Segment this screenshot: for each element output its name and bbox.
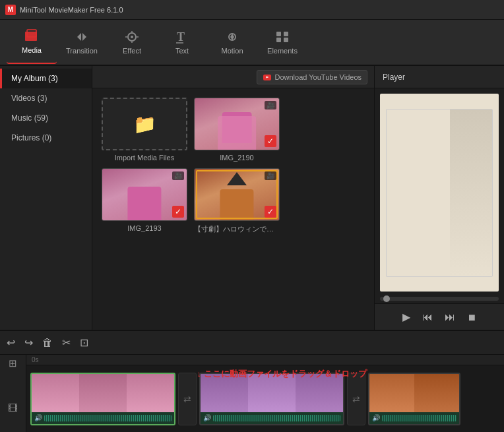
app-title: MiniTool MovieMaker Free 6.1.0 <box>20 6 123 14</box>
player-controls: ▶ ⏮ ⏭ ⏹ <box>375 303 504 330</box>
thumb-img2193: 🎥 ✓ <box>102 168 187 221</box>
audio-wave-2 <box>213 415 340 421</box>
player-panel: Player ▶ ⏮ ⏭ ⏹ <box>374 66 504 330</box>
toolbar: Media Transition Effect T T <box>0 20 504 66</box>
svg-rect-10 <box>284 38 288 42</box>
toolbar-item-text[interactable]: T Text <box>157 21 207 64</box>
media-icon <box>24 29 40 44</box>
audio-wave-1 <box>44 415 172 421</box>
clip-thumb-1 <box>32 374 174 412</box>
next-button[interactable]: ⏭ <box>442 310 458 324</box>
label-img2190: IMG_2190 <box>220 154 253 162</box>
add-track-button[interactable]: ⊞ <box>9 357 17 369</box>
text-icon: T <box>174 30 190 44</box>
media-item-img2193[interactable]: 🎥 ✓ IMG_2193 <box>102 168 187 234</box>
main-area: My Album (3) Videos (3) Music (59) Pictu… <box>0 66 504 330</box>
ruler-mark-0s: 0s <box>32 356 39 363</box>
svg-text:T: T <box>177 30 185 44</box>
media-item-halloween[interactable]: 🎥 ✓ 【寸劇】ハロウィンでちー... <box>194 168 280 234</box>
crop-button[interactable]: ⊡ <box>80 336 88 349</box>
toolbar-label-transition: Transition <box>66 47 98 55</box>
timeline-side: ⊞ 🎞 <box>0 355 26 432</box>
svg-point-3 <box>131 36 133 38</box>
check-badge-2193: ✓ <box>172 206 184 218</box>
toolbar-item-elements[interactable]: Elements <box>257 21 307 64</box>
timeline-ruler: 0s <box>26 355 504 365</box>
toolbar-label-elements: Elements <box>267 47 298 55</box>
sidebar-item-music[interactable]: Music (59) <box>0 108 92 128</box>
timeline-clip-3[interactable]: 🔊 <box>368 373 460 425</box>
clip-audio-1: 🔊 <box>32 412 174 424</box>
media-toolbar: Download YouTube Videos <box>92 66 374 88</box>
player-screen <box>380 94 499 292</box>
transition-icon <box>74 30 90 44</box>
import-media-item[interactable]: 📁 Import Media Files <box>102 98 187 162</box>
video-badge: 🎥 <box>265 101 276 109</box>
import-thumb[interactable]: 📁 <box>102 98 187 150</box>
player-title: Player <box>375 66 504 88</box>
volume-icon-1: 🔊 <box>34 414 42 421</box>
title-bar: M MiniTool MovieMaker Free 6.1.0 <box>0 0 504 20</box>
media-grid: 📁 Import Media Files 🎥 ✓ IMG_2190 <box>92 88 374 243</box>
volume-icon-3: 🔊 <box>372 414 380 421</box>
play-button[interactable]: ▶ <box>400 309 413 324</box>
import-label: Import Media Files <box>115 154 174 162</box>
delete-button[interactable]: 🗑 <box>42 337 53 349</box>
sidebar-item-album[interactable]: My Album (3) <box>0 69 92 88</box>
motion-icon <box>224 30 240 44</box>
sidebar: My Album (3) Videos (3) Music (59) Pictu… <box>0 66 92 330</box>
clip-thumb-3 <box>369 374 459 412</box>
transition-btn-2[interactable]: ⇄ <box>347 373 365 425</box>
clip-audio-2: 🔊 <box>201 412 343 424</box>
cut-button[interactable]: ✂ <box>62 336 71 349</box>
toolbar-label-effect: Effect <box>123 47 141 55</box>
svg-rect-9 <box>276 38 281 42</box>
app-icon: M <box>5 5 16 15</box>
toolbar-label-media: Media <box>22 46 42 54</box>
toolbar-item-transition[interactable]: Transition <box>57 21 107 64</box>
timeline-tracks: 0s ↓ ここに動画ファイルをドラッグ＆ドロップ <box>26 355 504 432</box>
label-img2193: IMG_2193 <box>127 224 161 232</box>
film-icon: 🎞 <box>8 402 18 414</box>
media-item-img2190[interactable]: 🎥 ✓ IMG_2190 <box>194 98 280 162</box>
thumb-img2190: 🎥 ✓ <box>194 98 280 150</box>
volume-icon-2: 🔊 <box>203 414 211 421</box>
check-badge-halloween: ✓ <box>265 206 276 218</box>
effect-icon <box>124 30 140 44</box>
audio-wave-3 <box>382 415 457 421</box>
folder-icon: 📁 <box>133 113 156 135</box>
toolbar-label-motion: Motion <box>221 47 243 55</box>
progress-indicator <box>383 295 390 302</box>
timeline-clip-1[interactable]: 🔊 <box>30 373 175 425</box>
youtube-icon <box>263 73 272 82</box>
video-badge-halloween: 🎥 <box>265 171 276 180</box>
media-content: Download YouTube Videos 📁 Import Media F… <box>92 66 374 330</box>
timeline-track-row: ↓ ここに動画ファイルをドラッグ＆ドロップ 🔊 <box>26 365 504 432</box>
toolbar-label-text: Text <box>175 47 189 55</box>
toolbar-item-media[interactable]: Media <box>7 21 57 64</box>
timeline-main: ⊞ 🎞 0s ↓ ここに動画ファイルをドラッグ＆ドロップ <box>0 355 504 432</box>
download-youtube-button[interactable]: Download YouTube Videos <box>257 70 368 84</box>
svg-rect-8 <box>284 32 288 36</box>
timeline-area: ↩ ↪ 🗑 ✂ ⊡ ⊞ 🎞 0s ↓ ここに動画ファイルをドラッグ＆ドロップ <box>0 330 504 432</box>
redo-button[interactable]: ↪ <box>24 336 33 349</box>
transition-btn-1[interactable]: ⇄ <box>178 373 197 425</box>
thumb-halloween: 🎥 ✓ <box>194 168 280 221</box>
sidebar-item-videos[interactable]: Videos (3) <box>0 88 92 108</box>
stop-button[interactable]: ⏹ <box>464 311 479 324</box>
check-badge: ✓ <box>265 135 276 147</box>
elements-icon <box>274 30 290 44</box>
player-progress[interactable] <box>380 297 499 301</box>
timeline-clip-2[interactable]: 🔊 <box>199 373 344 425</box>
svg-rect-7 <box>276 32 281 36</box>
toolbar-item-effect[interactable]: Effect <box>107 21 157 64</box>
timeline-toolbar: ↩ ↪ 🗑 ✂ ⊡ <box>0 331 504 355</box>
undo-button[interactable]: ↩ <box>7 336 15 349</box>
video-badge-2193: 🎥 <box>172 171 184 180</box>
sidebar-item-pictures[interactable]: Pictures (0) <box>0 128 92 148</box>
clip-audio-3: 🔊 <box>369 412 459 424</box>
label-halloween: 【寸劇】ハロウィンでちー... <box>194 224 280 234</box>
clip-thumb-2 <box>201 374 343 412</box>
prev-button[interactable]: ⏮ <box>420 310 435 324</box>
toolbar-item-motion[interactable]: Motion <box>207 21 257 64</box>
